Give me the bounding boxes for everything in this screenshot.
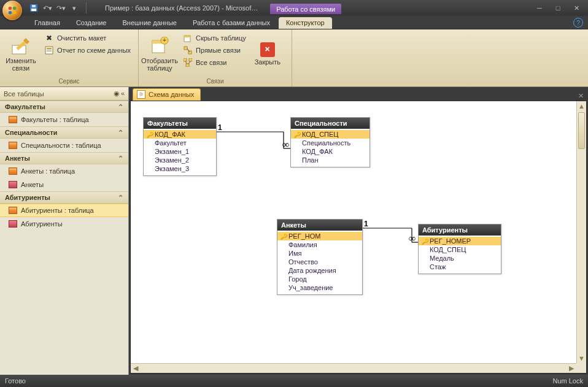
navpane-header[interactable]: Все таблицы ◉ « [0,87,128,101]
relationship-canvas[interactable]: 1 ∞ 1 ∞ Факультеты🔑КОД_ФАКФакультетЭкзам… [130,101,587,374]
redo-icon[interactable]: ↷▾ [55,2,66,13]
edit-relationships-button[interactable]: Изменить связи [1,31,41,77]
field[interactable]: Специальность [291,139,369,147]
key-icon: 🔑 [421,238,427,245]
tab-designer[interactable]: Конструктор [279,17,332,29]
field[interactable]: Медаль [419,254,501,262]
table-icon [9,142,17,149]
document-close-button[interactable]: ✕ [576,91,586,101]
table-box-applicants[interactable]: Абитуриенты🔑РЕГ_НОМЕРКОД_СПЕЦМедальСтаж [418,224,501,274]
field-pk[interactable]: 🔑КОД_ФАК [144,130,216,139]
field-pk[interactable]: 🔑РЕГ_НОМЕР [419,237,501,245]
table-title[interactable]: Факультеты [144,118,216,129]
field[interactable]: Город [277,275,362,283]
ribbon-group-service: Сервис [1,77,137,85]
table-box-specialties[interactable]: Специальности🔑КОД_СПЕЦСпециальностьКОД_Ф… [290,117,370,167]
ribbon: Изменить связи ✖Очистить макет Отчет по … [0,29,588,87]
nav-group-header[interactable]: Специальности⌃ [0,126,128,139]
window-title: Пример : база данных (Access 2007) - Mic… [105,4,258,12]
chevron-up-icon: ⌃ [118,103,123,111]
field[interactable]: Экзамен_1 [144,147,216,156]
key-icon: 🔑 [280,233,286,240]
cardinality-one: 1 [218,123,222,132]
close-designer-button[interactable]: ✕ Закрыть [250,31,285,77]
navigation-pane: Все таблицы ◉ « Факультеты⌃Факультеты : … [0,87,129,375]
svg-text:+: + [163,37,166,44]
table-icon [9,116,17,123]
all-relations-button[interactable]: Все связи [183,58,246,67]
save-icon[interactable] [28,2,39,13]
document-tab-schema[interactable]: ⚞ Схема данных [133,88,201,101]
field[interactable]: Отчество [277,258,362,266]
nav-item[interactable]: Анкеты : таблица [0,164,128,178]
cardinality-many: ∞ [409,233,416,244]
close-window-button[interactable]: ✕ [568,3,584,13]
clear-layout-button[interactable]: ✖Очистить макет [44,33,131,43]
tab-home[interactable]: Главная [27,17,68,29]
field[interactable]: Фамилия [277,240,362,249]
hide-table-button[interactable]: Скрыть таблицу [183,33,246,43]
nav-group-header[interactable]: Анкеты⌃ [0,152,128,164]
svg-point-2 [9,11,12,14]
edit-relationships-icon [11,36,31,56]
relationships-icon: ⚞ [137,90,145,99]
key-icon: 🔑 [293,131,300,138]
edit-relationships-label: Изменить связи [6,57,36,72]
direct-relations-button[interactable]: Прямые связи [183,45,246,55]
navpane-collapse-icon[interactable]: « [121,90,125,98]
field[interactable]: Экзамен_3 [144,164,216,173]
field[interactable]: Дата рождения [277,266,362,275]
table-title[interactable]: Специальности [291,118,369,129]
status-numlock: Num Lock [552,377,583,385]
field-pk[interactable]: 🔑РЕГ_НОМ [277,232,362,240]
office-button[interactable] [2,1,22,20]
field[interactable]: Уч_заведение [277,283,362,292]
minimize-button[interactable]: ─ [532,3,547,13]
form-icon [9,220,17,228]
field[interactable]: Факультет [144,139,216,147]
tab-external-data[interactable]: Внешние данные [115,17,184,29]
field[interactable]: КОД_ФАК [291,147,369,156]
show-table-label: Отобразить таблицу [141,57,178,72]
table-box-faculties[interactable]: Факультеты🔑КОД_ФАКФакультетЭкзамен_1Экза… [143,117,217,176]
table-title[interactable]: Абитуриенты [419,224,501,236]
table-title[interactable]: Анкеты [277,220,362,231]
show-table-button[interactable]: + Отобразить таблицу [140,31,179,77]
report-icon [44,45,54,55]
horizontal-scrollbar[interactable]: ◀▶ [131,363,576,373]
nav-item[interactable]: Абитуриенты [0,217,128,231]
nav-item[interactable]: Анкеты [0,178,128,191]
field[interactable]: План [291,156,369,164]
field[interactable]: Стаж [419,262,501,271]
nav-group-header[interactable]: Факультеты⌃ [0,101,128,113]
chevron-up-icon: ⌃ [118,155,123,163]
nav-item[interactable]: Специальности : таблица [0,139,128,152]
svg-point-0 [9,7,12,10]
qat-more-icon[interactable]: ▾ [69,2,80,13]
tab-create[interactable]: Создание [69,17,114,29]
field-pk[interactable]: 🔑КОД_СПЕЦ [291,130,369,139]
statusbar: Готово Num Lock [0,375,588,387]
field[interactable]: Имя [277,249,362,258]
svg-rect-6 [32,5,36,7]
svg-rect-22 [189,58,192,61]
nav-group-header[interactable]: Абитуриенты⌃ [0,191,128,204]
undo-icon[interactable]: ↶▾ [42,2,53,13]
svg-rect-18 [184,47,187,50]
close-label: Закрыть [255,58,280,66]
field[interactable]: КОД_СПЕЦ [419,245,501,254]
nav-item[interactable]: Факультеты : таблица [0,113,128,126]
svg-rect-21 [184,58,187,61]
maximize-button[interactable]: □ [550,3,566,13]
svg-rect-9 [47,48,52,49]
help-button[interactable]: ? [573,18,583,28]
tab-database-tools[interactable]: Работа с базами данных [185,17,277,29]
schema-report-button[interactable]: Отчет по схеме данных [44,45,131,55]
table-box-questionnaires[interactable]: Анкеты🔑РЕГ_НОМФамилияИмяОтчествоДата рож… [277,219,363,295]
show-table-icon: + [150,36,169,56]
navpane-filter-icon[interactable]: ◉ [114,90,120,98]
table-icon [9,207,17,214]
field[interactable]: Экзамен_2 [144,156,216,164]
vertical-scrollbar[interactable]: ▲▼ [576,101,586,363]
nav-item[interactable]: Абитуриенты : таблица [0,204,128,217]
